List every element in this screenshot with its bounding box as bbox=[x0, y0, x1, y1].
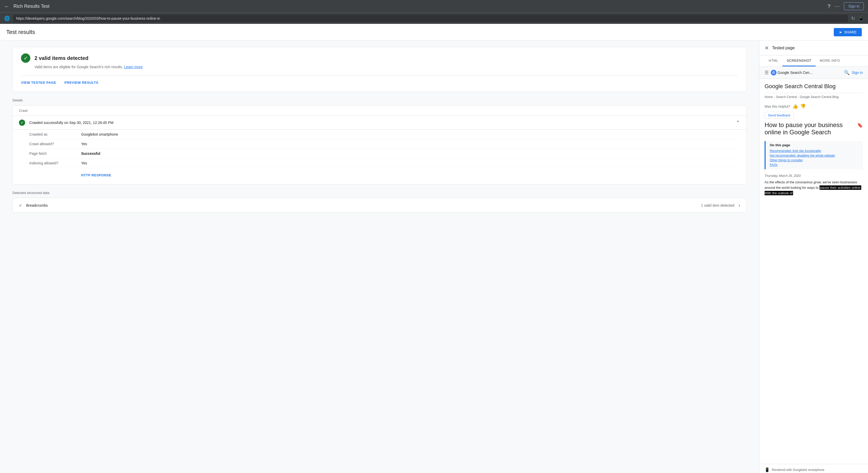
tab-screenshot[interactable]: SCREENSHOT bbox=[782, 56, 815, 66]
panel-close-button[interactable]: ✕ bbox=[765, 45, 769, 51]
screenshot-search-icon[interactable]: 🔍 bbox=[844, 70, 849, 76]
valid-subtitle: Valid items are eligible for Google Sear… bbox=[34, 65, 738, 69]
page-fetch-label: Page fetch bbox=[29, 151, 81, 156]
toc-title: On this page bbox=[770, 143, 859, 147]
screenshot-preview: ☰ G Google Search Cen... 🔍 Sign in Googl… bbox=[760, 67, 868, 200]
bc-home[interactable]: Home bbox=[765, 95, 773, 99]
screenshot-nav: ☰ G Google Search Cen... 🔍 Sign in bbox=[760, 67, 868, 79]
article-body: As the effects of the coronavirus grow, … bbox=[765, 180, 863, 196]
top-nav: ← Rich Results Test ? ⋯ Sign in bbox=[0, 0, 868, 12]
page-fetch-value: Successful bbox=[81, 151, 100, 156]
card-actions: VIEW TESTED PAGE PREVIEW RESULTS bbox=[21, 75, 738, 86]
helpful-row: Was this helpful? 👍 👎 bbox=[765, 101, 863, 112]
thumb-down-icon[interactable]: 👎 bbox=[800, 104, 806, 109]
article-title-text: How to pause your business online in Goo… bbox=[765, 121, 855, 136]
rendered-note-text: Rendered with Googlebot smartphone bbox=[772, 468, 825, 472]
crawl-check-icon: ✓ bbox=[19, 120, 25, 126]
crawl-label: Crawl bbox=[13, 106, 746, 116]
helpful-text: Was this helpful? bbox=[765, 105, 790, 109]
bc-gsc-blog[interactable]: Google Search Central Blog bbox=[800, 95, 838, 99]
valid-header: ✓ 2 valid items detected bbox=[21, 53, 738, 63]
share-label: SHARE bbox=[844, 30, 857, 34]
page-title: Test results bbox=[6, 29, 35, 35]
article-title: How to pause your business online in Goo… bbox=[765, 119, 863, 139]
gsc-title: Google Search Central Blog bbox=[765, 79, 863, 93]
phone-icon: 📱 bbox=[765, 467, 770, 472]
share-button[interactable]: ➤ SHARE bbox=[834, 28, 862, 36]
screenshot-signin[interactable]: Sign in bbox=[852, 70, 863, 75]
screenshot-body: Google Search Central Blog Home › Search… bbox=[760, 79, 868, 200]
help-icon[interactable]: ? bbox=[828, 3, 830, 9]
nav-icons: ? ⋯ Sign in bbox=[828, 2, 864, 10]
breadcrumbs-row: ✓ Breadcrumbs 1 valid item detected › bbox=[13, 198, 746, 212]
main-content: ✓ 2 valid items detected Valid items are… bbox=[0, 41, 759, 473]
breadcrumbs-card: ✓ Breadcrumbs 1 valid item detected › bbox=[12, 198, 747, 213]
article-date: Thursday, March 26, 2020 bbox=[765, 171, 863, 180]
sign-in-button[interactable]: Sign in bbox=[844, 2, 864, 10]
crawl-detail-http: HTTP RESPONSE bbox=[29, 168, 740, 182]
grid-icon[interactable]: ⋯ bbox=[835, 3, 840, 9]
valid-check-icon: ✓ bbox=[21, 53, 30, 63]
structured-data-label: Detected structured data bbox=[12, 191, 747, 195]
view-tested-page-button[interactable]: VIEW TESTED PAGE bbox=[21, 80, 56, 86]
toc-item-3[interactable]: Other things to consider bbox=[770, 158, 859, 162]
url-input[interactable] bbox=[13, 15, 848, 22]
right-panel: ✕ Tested page HTML SCREENSHOT MORE INFO … bbox=[759, 41, 868, 473]
learn-more-link[interactable]: Learn more bbox=[124, 65, 143, 69]
globe-icon: 🌐 bbox=[4, 16, 10, 21]
panel-tabs: HTML SCREENSHOT MORE INFO bbox=[760, 56, 868, 67]
breadcrumbs-check-icon: ✓ bbox=[19, 203, 22, 207]
breadcrumbs-value: 1 valid item detected bbox=[701, 203, 734, 207]
details-card: Crawl ✓ Crawled successfully on Sep 30, … bbox=[12, 105, 747, 185]
panel-title: Tested page bbox=[772, 46, 795, 50]
tab-html[interactable]: HTML bbox=[765, 56, 782, 66]
crawl-allowed-value: Yes bbox=[81, 142, 87, 146]
breadcrumbs-label: Breadcrumbs bbox=[26, 203, 697, 207]
screenshot-breadcrumbs: Home › Search Central › Google Search Ce… bbox=[765, 93, 863, 101]
details-section-label: Details bbox=[12, 98, 747, 102]
bookmark-icon[interactable]: 🔖 bbox=[857, 122, 863, 128]
breadcrumbs-expand-icon[interactable]: › bbox=[738, 202, 740, 208]
send-feedback-button[interactable]: Send feedback bbox=[765, 112, 794, 119]
url-actions: ↻ 📱 bbox=[851, 16, 864, 21]
indexing-allowed-label: Indexing allowed? bbox=[29, 161, 81, 165]
valid-subtitle-text: Valid items are eligible for Google Sear… bbox=[34, 65, 123, 69]
toc-item-4[interactable]: FAQs bbox=[770, 162, 859, 167]
gsc-logo-icon: G bbox=[771, 70, 776, 76]
crawled-as-label: Crawled as bbox=[29, 132, 81, 137]
crawl-details-table: Crawled as Googlebot smartphone Crawl al… bbox=[13, 130, 746, 184]
crawl-detail-page-fetch: Page fetch Successful bbox=[29, 149, 740, 158]
crawl-detail-crawl-allowed: Crawl allowed? Yes bbox=[29, 139, 740, 149]
app-title: Rich Results Test bbox=[13, 4, 824, 9]
back-button[interactable]: ← bbox=[4, 3, 9, 9]
toc-item-1[interactable]: Recommended: limit site functionality bbox=[770, 149, 859, 153]
toc-item-2[interactable]: Not recommended: disabling the whole web… bbox=[770, 153, 859, 158]
crawl-status-text: Crawled successfully on Sep 30, 2021, 12… bbox=[29, 121, 732, 125]
collapse-icon[interactable]: ⌃ bbox=[736, 120, 740, 126]
rendered-note: 📱 Rendered with Googlebot smartphone bbox=[760, 464, 868, 473]
indexing-allowed-value: Yes bbox=[81, 161, 87, 165]
main-header: Test results ➤ SHARE bbox=[0, 24, 868, 41]
crawl-status-row: ✓ Crawled successfully on Sep 30, 2021, … bbox=[13, 116, 746, 130]
toc-box: On this page Recommended: limit site fun… bbox=[765, 141, 863, 169]
panel-header: ✕ Tested page bbox=[760, 41, 868, 56]
screenshot-nav-logo: Google Search Cen... bbox=[777, 70, 812, 75]
crawl-allowed-label: Crawl allowed? bbox=[29, 142, 81, 146]
device-icon[interactable]: 📱 bbox=[858, 16, 864, 21]
http-placeholder bbox=[29, 171, 81, 180]
screenshot-menu-icon[interactable]: ☰ bbox=[765, 70, 769, 76]
bc-search-central[interactable]: Search Central bbox=[776, 95, 797, 99]
share-icon: ➤ bbox=[839, 30, 842, 34]
valid-items-card: ✓ 2 valid items detected Valid items are… bbox=[12, 47, 747, 92]
crawl-detail-indexing: Indexing allowed? Yes bbox=[29, 158, 740, 168]
refresh-icon[interactable]: ↻ bbox=[851, 16, 855, 21]
tab-more-info[interactable]: MORE INFO bbox=[816, 56, 844, 66]
thumb-up-icon[interactable]: 👍 bbox=[792, 104, 798, 109]
content-layout: ✓ 2 valid items detected Valid items are… bbox=[0, 41, 868, 473]
http-response-link[interactable]: HTTP RESPONSE bbox=[81, 171, 111, 180]
panel-content: ☰ G Google Search Cen... 🔍 Sign in Googl… bbox=[760, 67, 868, 464]
crawl-detail-crawled-as: Crawled as Googlebot smartphone bbox=[29, 130, 740, 139]
preview-results-button[interactable]: PREVIEW RESULTS bbox=[65, 80, 98, 86]
valid-title: 2 valid items detected bbox=[34, 55, 88, 61]
url-bar: 🌐 ↻ 📱 bbox=[0, 12, 868, 24]
